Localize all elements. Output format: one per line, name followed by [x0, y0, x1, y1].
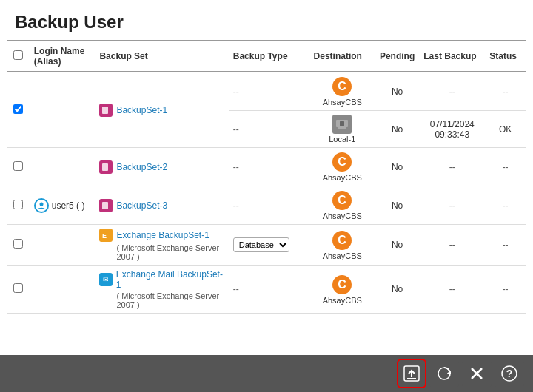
- header-lastbackup: Last Backup: [419, 41, 485, 72]
- backupset3-link[interactable]: BackupSet-3: [116, 200, 167, 211]
- row5-backupset: ✉ Exchange Mail BackupSet-1 ( Microsoft …: [95, 266, 228, 314]
- row1b-lastbackup: 07/11/202409:33:43: [419, 111, 485, 148]
- user5-circle-icon: [34, 198, 49, 213]
- row1a-dest: C AhsayCBS: [309, 72, 375, 111]
- table-row: user5 ( ) BackupSet-3 --: [7, 186, 526, 225]
- table-header-row: Login Name(Alias) Backup Set Backup Type…: [7, 41, 526, 72]
- table-row: E Exchange BackupSet-1 ( Microsoft Excha…: [7, 225, 526, 266]
- help-button[interactable]: ?: [495, 359, 524, 388]
- row3-lastbackup: --: [419, 186, 485, 225]
- row5-backuptype: --: [229, 266, 309, 314]
- row5-checkbox[interactable]: [13, 283, 23, 293]
- row4-backupset: E Exchange BackupSet-1 ( Microsoft Excha…: [95, 225, 228, 266]
- row5-pending: No: [375, 266, 419, 314]
- row3-checkbox-cell: [7, 186, 30, 225]
- exchange-backupset1-link[interactable]: Exchange BackupSet-1: [116, 230, 209, 240]
- ahsaycbs-icon3: C: [332, 190, 352, 211]
- header-pending: Pending: [375, 41, 419, 72]
- row4-dest: C AhsayCBS: [309, 225, 375, 266]
- row1a-pending: No: [375, 72, 419, 111]
- svg-text:C: C: [338, 278, 346, 291]
- row2-login: [30, 148, 95, 186]
- table-row: BackupSet-2 -- C AhsayCBS No -- --: [7, 148, 526, 186]
- row5-login: [30, 266, 95, 314]
- table-wrapper: Login Name(Alias) Backup Set Backup Type…: [0, 40, 533, 314]
- backupset3-icon: [99, 199, 113, 212]
- ahsaycbs-icon4: C: [332, 230, 352, 251]
- exchange-mail-backupset1-icon: ✉: [99, 273, 112, 286]
- row2-status: --: [485, 148, 526, 186]
- row4-checkbox[interactable]: [13, 239, 23, 249]
- row2-backupset: BackupSet-2: [95, 148, 228, 186]
- row1a-backuptype: --: [229, 72, 309, 111]
- svg-point-9: [39, 202, 43, 206]
- row3-dest: C AhsayCBS: [309, 186, 375, 225]
- row5-lastbackup: --: [419, 266, 485, 314]
- ahsaycbs-icon5: C: [332, 274, 352, 295]
- row2-lastbackup: --: [419, 148, 485, 186]
- row4-lastbackup: --: [419, 225, 485, 266]
- header-checkbox-cell: [7, 41, 30, 72]
- row3-login: user5 ( ): [30, 186, 95, 225]
- svg-text:E: E: [102, 232, 107, 240]
- row5-status: --: [485, 266, 526, 314]
- refresh-button[interactable]: [429, 359, 459, 388]
- row3-checkbox[interactable]: [13, 200, 23, 209]
- row3-backuptype: --: [229, 186, 309, 225]
- row4-backuptype[interactable]: Database Mail: [229, 225, 309, 266]
- svg-text:?: ?: [506, 368, 513, 379]
- row4-status: --: [485, 225, 526, 266]
- row2-backuptype: --: [229, 148, 309, 186]
- row2-dest: C AhsayCBS: [309, 148, 375, 186]
- upload-button[interactable]: [397, 359, 426, 388]
- exchange-backupset1-subtext: ( Microsoft Exchange Server 2007 ): [116, 243, 224, 261]
- row4-login: [30, 225, 95, 266]
- header-backuptype: Backup Type: [229, 41, 309, 72]
- svg-rect-4: [338, 127, 346, 129]
- row1-backupset: BackupSet-1: [95, 72, 228, 148]
- header-status: Status: [485, 41, 526, 72]
- backupset1-icon: [99, 104, 113, 117]
- row2-dest-label: AhsayCBS: [323, 173, 362, 182]
- row5-dest: C AhsayCBS: [309, 266, 375, 314]
- row1-checkbox[interactable]: [13, 104, 23, 114]
- row5-checkbox-cell: [7, 266, 30, 314]
- row3-backupset: BackupSet-3: [95, 186, 228, 225]
- row1b-dest: Local-1: [309, 111, 375, 148]
- backup-type-select[interactable]: Database Mail: [233, 237, 289, 252]
- row1b-pending: No: [375, 111, 419, 148]
- svg-rect-6: [102, 163, 108, 171]
- backupset2-link[interactable]: BackupSet-2: [116, 162, 167, 172]
- row3-pending: No: [375, 186, 419, 225]
- row1b-backuptype: --: [229, 111, 309, 148]
- ahsaycbs-icon2: C: [332, 152, 352, 172]
- backupset1-link[interactable]: BackupSet-1: [116, 105, 167, 115]
- row1-login: [30, 72, 95, 148]
- row1b-dest-label: Local-1: [329, 135, 355, 143]
- row2-checkbox[interactable]: [13, 161, 23, 171]
- bottom-bar: ?: [0, 355, 533, 392]
- row1a-status: --: [485, 72, 526, 111]
- table-row: BackupSet-1 -- C AhsayCBS: [7, 72, 526, 111]
- row4-dest-label: AhsayCBS: [323, 251, 362, 260]
- row3-status: --: [485, 186, 526, 225]
- row1-checkbox-cell: [7, 72, 30, 148]
- user5-label: user5 ( ): [52, 200, 85, 211]
- row1a-dest-label: AhsayCBS: [323, 98, 362, 107]
- row1a-lastbackup: --: [419, 72, 485, 111]
- close-button[interactable]: [462, 359, 492, 388]
- header-checkbox[interactable]: [13, 50, 23, 60]
- backupset2-icon: [99, 160, 113, 174]
- svg-rect-10: [102, 202, 108, 209]
- ahsaycbs-icon: C: [332, 76, 352, 97]
- local1-icon: [332, 115, 352, 134]
- header-destination: Destination: [309, 41, 375, 72]
- row4-checkbox-cell: [7, 225, 30, 266]
- row1b-status: OK: [485, 111, 526, 148]
- row4-pending: No: [375, 225, 419, 266]
- page-title: Backup User: [0, 0, 533, 40]
- exchange-mail-backupset1-link[interactable]: Exchange Mail BackupSet-1: [116, 269, 224, 290]
- svg-text:C: C: [338, 194, 346, 206]
- svg-text:C: C: [338, 155, 346, 168]
- svg-rect-0: [102, 107, 108, 114]
